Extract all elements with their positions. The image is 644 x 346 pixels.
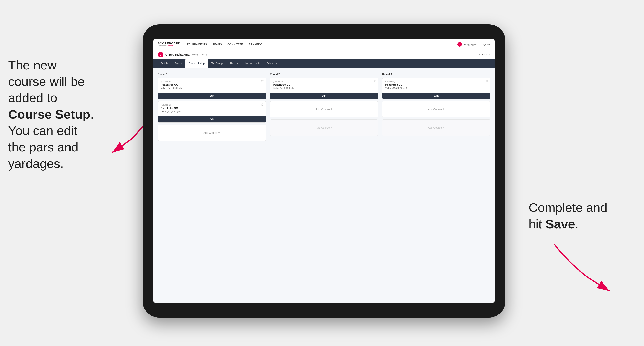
- delete-icon-r3-a[interactable]: 🗑: [486, 80, 488, 83]
- edit-button-r3-a[interactable]: Edit: [382, 93, 490, 99]
- course-details-r1-a: Yellow (M) (6629 yds): [161, 87, 263, 89]
- add-course-text-r3: Add Course +: [428, 107, 445, 111]
- edit-button-r2-a[interactable]: Edit: [270, 93, 378, 99]
- arrow-right-svg: [546, 240, 624, 297]
- nav-committee[interactable]: COMMITTEE: [228, 43, 243, 46]
- user-email: blair@clippd.io: [464, 43, 478, 46]
- delete-icon-r2-a[interactable]: 🗑: [373, 80, 376, 83]
- tournament-division: (Men): [191, 53, 198, 56]
- tab-details[interactable]: Details: [158, 59, 172, 68]
- tournament-logo: C: [158, 52, 164, 57]
- edit-button-r1-b[interactable]: Edit: [158, 116, 266, 122]
- nav-tournaments[interactable]: TOURNAMENTS: [187, 43, 207, 46]
- hosting-badge: Hosting: [200, 53, 208, 56]
- course-card-r1-a-inner: (Course A) Peachtree GC Yellow (M) (6629…: [158, 78, 266, 93]
- course-card-r2-a-inner: (Course A) Peachtree GC Yellow (M) (6629…: [270, 78, 378, 93]
- sub-nav: C Clippd Invitational (Men) Hosting Canc…: [153, 50, 495, 59]
- add-course-text-r2: Add Course +: [316, 107, 332, 111]
- add-course-r1[interactable]: Add Course +: [158, 125, 266, 141]
- tablet-frame: SCOREBOARD Powered by clippd TOURNAMENTS…: [143, 24, 506, 318]
- round-3-column: Round 3 (Course A) Peachtree GC Yellow (…: [382, 73, 490, 143]
- main-content: Round 1 (Course A) Peachtree GC Yellow (…: [153, 68, 495, 303]
- add-course-text-r2-disabled: Add Course +: [316, 126, 332, 130]
- separator: |: [480, 43, 480, 46]
- delete-icon-r1-a[interactable]: 🗑: [261, 80, 264, 83]
- course-card-r1-b: (Course B) East Lake GC Black (M) (6891 …: [158, 101, 266, 123]
- tablet-screen: SCOREBOARD Powered by clippd TOURNAMENTS…: [153, 39, 495, 303]
- scoreboard-logo: SCOREBOARD Powered by clippd: [158, 42, 180, 47]
- tournament-name: Clippd Invitational: [166, 53, 190, 56]
- course-card-r1-b-inner: (Course B) East Lake GC Black (M) (6891 …: [158, 101, 266, 116]
- course-details-r2-a: Yellow (M) (6629 yds): [273, 87, 375, 89]
- add-course-r3[interactable]: Add Course +: [382, 101, 490, 117]
- round-1-column: Round 1 (Course A) Peachtree GC Yellow (…: [158, 73, 266, 143]
- course-card-r2-a: (Course A) Peachtree GC Yellow (M) (6629…: [270, 78, 378, 99]
- logo-title: SCOREBOARD: [158, 42, 180, 45]
- tab-printables[interactable]: Printables: [263, 59, 281, 68]
- course-label-r3-a: (Course A): [385, 80, 487, 83]
- sub-nav-right: Cancel ✕: [479, 53, 490, 56]
- add-course-text-r1: Add Course +: [204, 131, 220, 135]
- nav-rankings[interactable]: RANKINGS: [249, 43, 263, 46]
- close-icon[interactable]: ✕: [488, 53, 490, 56]
- tab-teams[interactable]: Teams: [172, 59, 186, 68]
- annotation-right: Complete and hit Save.: [529, 199, 607, 232]
- annotation-left: The new course will be added to Course S…: [8, 57, 94, 172]
- add-course-r3-disabled: Add Course +: [382, 120, 490, 136]
- course-card-r1-a: (Course A) Peachtree GC Yellow (M) (6629…: [158, 78, 266, 99]
- course-name-r1-b: East Lake GC: [161, 107, 263, 110]
- course-details-r1-b: Black (M) (6891 yds): [161, 110, 263, 113]
- tab-leaderboards[interactable]: Leaderboards: [242, 59, 263, 68]
- edit-button-r1-a[interactable]: Edit: [158, 93, 266, 99]
- course-name-r2-a: Peachtree GC: [273, 83, 375, 86]
- course-card-r3-a: (Course A) Peachtree GC Yellow (M) (6629…: [382, 78, 490, 99]
- course-label-r1-b: (Course B): [161, 104, 263, 106]
- course-label-r1-a: (Course A): [161, 80, 263, 83]
- course-label-r2-a: (Course A): [273, 80, 375, 83]
- course-details-r3-a: Yellow (M) (6629 yds): [385, 87, 487, 89]
- course-card-r3-a-inner: (Course A) Peachtree GC Yellow (M) (6629…: [382, 78, 490, 93]
- tab-course-setup[interactable]: Course Setup: [186, 59, 208, 68]
- logo-sub: Powered by clippd: [158, 45, 180, 47]
- delete-icon-r1-b[interactable]: 🗑: [261, 103, 264, 106]
- top-nav: SCOREBOARD Powered by clippd TOURNAMENTS…: [153, 39, 495, 50]
- nav-links: TOURNAMENTS TEAMS COMMITTEE RANKINGS: [187, 43, 457, 46]
- add-course-r2[interactable]: Add Course +: [270, 101, 378, 117]
- avatar: B: [457, 42, 462, 47]
- nav-right: B blair@clippd.io | Sign out: [457, 42, 490, 47]
- nav-teams[interactable]: TEAMS: [213, 43, 222, 46]
- sign-out-link[interactable]: Sign out: [482, 43, 490, 46]
- add-course-text-r3-disabled: Add Course +: [428, 126, 445, 130]
- round-2-column: Round 2 (Course A) Peachtree GC Yellow (…: [270, 73, 378, 143]
- round-3-label: Round 3: [382, 73, 490, 76]
- course-name-r1-a: Peachtree GC: [161, 83, 263, 86]
- tab-tee-groups[interactable]: Tee Groups: [208, 59, 227, 68]
- rounds-grid: Round 1 (Course A) Peachtree GC Yellow (…: [158, 73, 490, 143]
- tab-results[interactable]: Results: [227, 59, 242, 68]
- course-name-r3-a: Peachtree GC: [385, 83, 487, 86]
- round-2-label: Round 2: [270, 73, 378, 76]
- add-course-r2-disabled: Add Course +: [270, 120, 378, 136]
- round-1-label: Round 1: [158, 73, 266, 76]
- tab-bar: Details Teams Course Setup Tee Groups Re…: [153, 59, 495, 68]
- cancel-button[interactable]: Cancel: [479, 53, 487, 56]
